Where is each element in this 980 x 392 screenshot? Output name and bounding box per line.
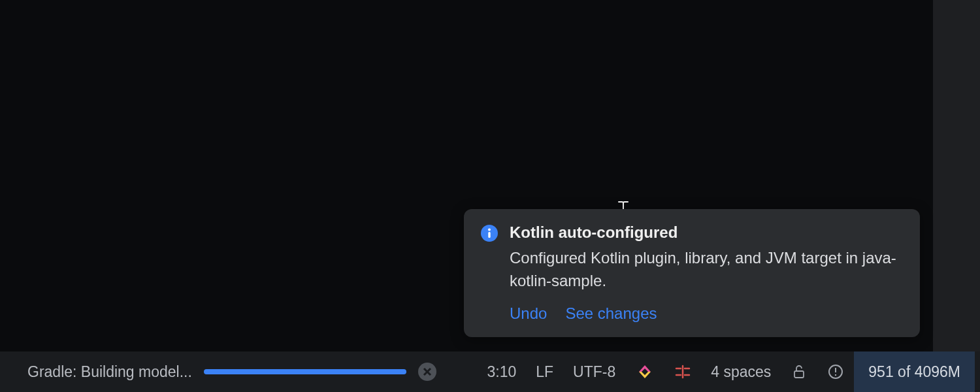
status-bar: Gradle: Building model... 3:10 LF UTF-8 … bbox=[0, 351, 980, 392]
status-bar-right: 3:10 LF UTF-8 4 spaces bbox=[477, 351, 980, 392]
notification-actions: Undo See changes bbox=[510, 304, 903, 323]
status-bar-left: Gradle: Building model... bbox=[0, 363, 436, 381]
notification-body: Kotlin auto-configured Configured Kotlin… bbox=[510, 223, 903, 323]
problems-icon[interactable] bbox=[817, 351, 854, 392]
cancel-task-button[interactable] bbox=[418, 363, 436, 381]
notification-message: Configured Kotlin plugin, library, and J… bbox=[510, 247, 903, 293]
svg-point-1 bbox=[488, 229, 491, 231]
svg-point-6 bbox=[835, 374, 836, 376]
line-separator[interactable]: LF bbox=[526, 351, 563, 392]
info-icon bbox=[481, 225, 498, 242]
notification-toast: Kotlin auto-configured Configured Kotlin… bbox=[464, 209, 920, 337]
close-icon bbox=[423, 367, 432, 376]
lock-open-icon[interactable] bbox=[781, 351, 817, 392]
see-changes-link[interactable]: See changes bbox=[565, 304, 657, 323]
file-encoding[interactable]: UTF-8 bbox=[563, 351, 625, 392]
wrap-guide-icon[interactable] bbox=[664, 351, 701, 392]
cursor-position[interactable]: 3:10 bbox=[477, 351, 526, 392]
right-gutter bbox=[933, 0, 980, 351]
code-with-me-icon[interactable] bbox=[625, 351, 664, 392]
undo-link[interactable]: Undo bbox=[510, 304, 547, 323]
memory-indicator[interactable]: 951 of 4096M bbox=[854, 351, 975, 392]
background-task-label[interactable]: Gradle: Building model... bbox=[27, 363, 192, 381]
indent-setting[interactable]: 4 spaces bbox=[701, 351, 781, 392]
progress-fill bbox=[204, 369, 406, 374]
notification-title: Kotlin auto-configured bbox=[510, 223, 903, 242]
svg-rect-3 bbox=[794, 371, 804, 378]
svg-rect-2 bbox=[488, 232, 490, 238]
progress-bar[interactable] bbox=[204, 369, 406, 374]
